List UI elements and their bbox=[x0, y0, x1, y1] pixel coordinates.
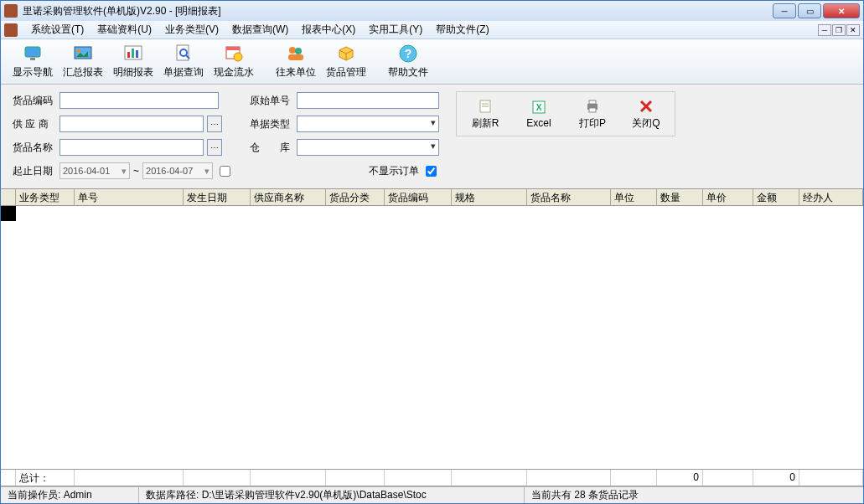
filter-panel: 货品编码 供 应 商 ⋯ 货品名称 ⋯ 起止日期 2016-04-01 ~ 20… bbox=[1, 85, 863, 183]
photo-icon bbox=[73, 44, 93, 64]
col-supplier[interactable]: 供应商名称 bbox=[251, 189, 326, 205]
print-icon bbox=[584, 98, 601, 115]
orig-doc-input[interactable] bbox=[297, 92, 439, 109]
warehouse-combo[interactable] bbox=[297, 139, 439, 156]
grid-footer: 总计： 0 0 bbox=[1, 470, 863, 486]
date-range-label: 起止日期 bbox=[13, 164, 56, 178]
print-button[interactable]: 打印P bbox=[572, 97, 613, 131]
users-icon bbox=[286, 44, 306, 64]
goods-name-input[interactable] bbox=[59, 139, 204, 156]
date-from-picker[interactable]: 2016-04-01 bbox=[59, 162, 130, 179]
goods-code-label: 货品编码 bbox=[13, 94, 56, 108]
tool-show-nav[interactable]: 显示导航 bbox=[8, 42, 58, 82]
mdi-minimize-button[interactable]: ─ bbox=[818, 24, 831, 36]
goods-code-input[interactable] bbox=[59, 92, 219, 109]
tool-cash-flow[interactable]: 现金流水 bbox=[209, 42, 259, 82]
col-biztype[interactable]: 业务类型 bbox=[16, 189, 75, 205]
svg-rect-16 bbox=[288, 54, 303, 60]
svg-rect-25 bbox=[589, 100, 596, 104]
mdi-icon bbox=[4, 23, 18, 37]
svg-rect-1 bbox=[30, 58, 35, 60]
svg-text:X: X bbox=[536, 103, 542, 112]
chart-icon bbox=[123, 44, 143, 64]
svg-point-3 bbox=[77, 49, 80, 53]
warehouse-label: 仓 库 bbox=[250, 141, 293, 155]
menu-tools[interactable]: 实用工具(Y) bbox=[362, 21, 429, 39]
help-icon: ? bbox=[398, 44, 418, 64]
col-price[interactable]: 单价 bbox=[703, 189, 753, 205]
title-bar: 里诺采购管理软件(单机版)V2.90 - [明细报表] ─ ▭ ✕ bbox=[1, 1, 863, 21]
maximize-button[interactable]: ▭ bbox=[798, 3, 821, 18]
supplier-label: 供 应 商 bbox=[13, 117, 56, 131]
mdi-close-button[interactable]: ✕ bbox=[846, 24, 860, 36]
col-amount[interactable]: 金额 bbox=[753, 189, 799, 205]
status-dbpath: 数据库路径: D:\里诺采购管理软件v2.90(单机版)\DataBase\St… bbox=[139, 487, 525, 503]
orig-doc-label: 原始单号 bbox=[250, 94, 293, 108]
mdi-restore-button[interactable]: ❐ bbox=[832, 24, 846, 36]
col-unit[interactable]: 单位 bbox=[611, 189, 657, 205]
svg-rect-12 bbox=[226, 47, 240, 50]
excel-button[interactable]: X Excel bbox=[519, 97, 559, 131]
close-button[interactable]: 关闭Q bbox=[626, 97, 666, 131]
supplier-input[interactable] bbox=[59, 116, 204, 132]
svg-point-15 bbox=[295, 48, 302, 54]
close-window-button[interactable]: ✕ bbox=[823, 3, 860, 18]
minimize-button[interactable]: ─ bbox=[773, 3, 796, 18]
search-doc-icon bbox=[173, 44, 194, 64]
tool-doc-query[interactable]: 单据查询 bbox=[158, 42, 209, 82]
hide-orders-label: 不显示订单 bbox=[369, 164, 419, 178]
refresh-icon bbox=[477, 98, 494, 115]
col-docno[interactable]: 单号 bbox=[75, 189, 184, 205]
tool-detail-report[interactable]: 明细报表 bbox=[108, 42, 158, 82]
hide-orders-checkbox[interactable] bbox=[426, 166, 437, 177]
menu-biztype[interactable]: 业务类型(V) bbox=[158, 21, 225, 39]
close-x-icon bbox=[638, 98, 654, 115]
action-panel: 刷新R X Excel 打印P 关闭Q bbox=[456, 91, 675, 136]
goods-name-label: 货品名称 bbox=[13, 141, 56, 155]
refresh-button[interactable]: 刷新R bbox=[465, 97, 505, 131]
box-icon bbox=[336, 44, 356, 64]
doc-type-label: 单据类型 bbox=[250, 117, 293, 131]
menu-bar: 系统设置(T) 基础资料(U) 业务类型(V) 数据查询(W) 报表中心(X) … bbox=[1, 21, 863, 39]
date-to-picker[interactable]: 2016-04-07 bbox=[142, 162, 213, 179]
tool-help-file[interactable]: ? 帮助文件 bbox=[383, 42, 433, 82]
menu-help[interactable]: 帮助文件(Z) bbox=[429, 21, 495, 39]
goods-name-lookup-button[interactable]: ⋯ bbox=[207, 139, 222, 156]
svg-rect-0 bbox=[25, 47, 40, 57]
col-code[interactable]: 货品编码 bbox=[385, 189, 452, 205]
svg-point-13 bbox=[234, 53, 242, 61]
supplier-lookup-button[interactable]: ⋯ bbox=[207, 116, 222, 132]
tool-goods-mgmt[interactable]: 货品管理 bbox=[321, 42, 371, 82]
menu-query[interactable]: 数据查询(W) bbox=[225, 21, 295, 39]
menu-system[interactable]: 系统设置(T) bbox=[24, 21, 91, 39]
status-bar: 当前操作员: Admin 数据库路径: D:\里诺采购管理软件v2.90(单机版… bbox=[1, 486, 863, 503]
tool-summary-report[interactable]: 汇总报表 bbox=[58, 42, 108, 82]
menu-reports[interactable]: 报表中心(X) bbox=[295, 21, 362, 39]
status-records: 当前共有 28 条货品记录 bbox=[525, 487, 863, 503]
col-date[interactable]: 发生日期 bbox=[184, 189, 251, 205]
col-handler[interactable]: 经办人 bbox=[799, 189, 863, 205]
svg-rect-7 bbox=[136, 50, 138, 58]
window-title: 里诺采购管理软件(单机版)V2.90 - [明细报表] bbox=[23, 4, 773, 18]
col-qty[interactable]: 数量 bbox=[657, 189, 703, 205]
date-tilde: ~ bbox=[133, 165, 139, 177]
grid-body[interactable] bbox=[1, 206, 863, 470]
total-amount: 0 bbox=[753, 470, 799, 486]
svg-point-14 bbox=[289, 47, 296, 54]
calendar-money-icon bbox=[224, 44, 244, 64]
data-grid: 业务类型 单号 发生日期 供应商名称 货品分类 货品编码 规格 货品名称 单位 … bbox=[1, 188, 863, 486]
date-enable-checkbox[interactable] bbox=[220, 166, 230, 177]
excel-icon: X bbox=[530, 99, 547, 116]
col-category[interactable]: 货品分类 bbox=[326, 189, 385, 205]
app-icon bbox=[4, 4, 18, 18]
total-qty: 0 bbox=[657, 470, 703, 486]
status-operator: 当前操作员: Admin bbox=[1, 487, 139, 503]
col-spec[interactable]: 规格 bbox=[452, 189, 527, 205]
total-label: 总计： bbox=[16, 470, 75, 486]
grid-header: 业务类型 单号 发生日期 供应商名称 货品分类 货品编码 规格 货品名称 单位 … bbox=[1, 189, 863, 206]
col-name[interactable]: 货品名称 bbox=[527, 189, 611, 205]
doc-type-combo[interactable] bbox=[297, 116, 439, 132]
menu-basedata[interactable]: 基础资料(U) bbox=[91, 21, 158, 39]
tool-partners[interactable]: 往来单位 bbox=[271, 42, 321, 82]
svg-text:?: ? bbox=[405, 47, 412, 60]
